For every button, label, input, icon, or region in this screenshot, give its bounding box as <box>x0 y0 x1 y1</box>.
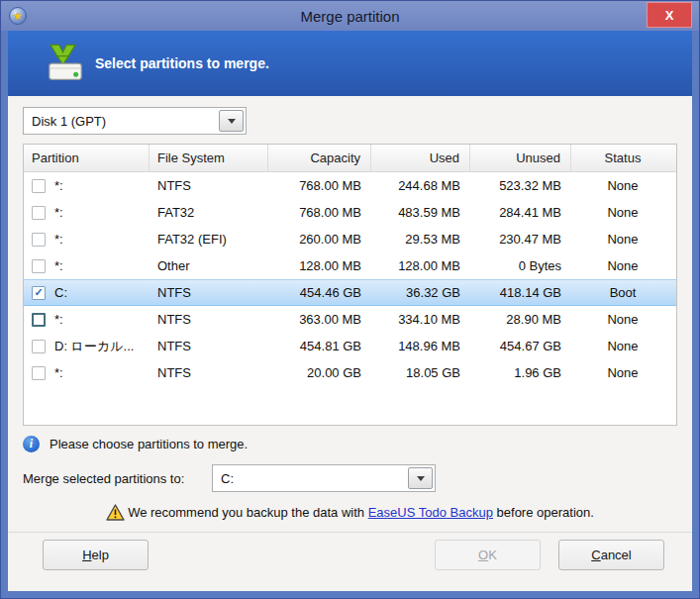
capacity-cell: 363.00 MB <box>268 306 371 333</box>
chevron-down-icon <box>228 119 236 124</box>
row-checkbox[interactable] <box>32 259 46 273</box>
unused-cell: 230.47 MB <box>470 226 571 252</box>
file-system-cell: NTFS <box>150 333 268 359</box>
file-system-cell: Other <box>150 252 268 279</box>
merge-target-row: Merge selected partitions to: C: <box>23 464 677 492</box>
file-system-cell: NTFS <box>150 172 268 199</box>
status-cell: None <box>571 172 676 199</box>
unused-cell: 523.32 MB <box>470 172 571 199</box>
partition-table-body: *:NTFS768.00 MB244.68 MB523.32 MBNone*:F… <box>24 172 676 386</box>
partition-cell: *: <box>24 306 150 333</box>
warning-text-before: We recommend you backup the data with <box>128 505 364 520</box>
cancel-button[interactable]: Cancel <box>558 540 664 570</box>
partition-cell: *: <box>24 226 150 252</box>
row-checkbox[interactable] <box>32 340 46 353</box>
used-cell: 483.59 MB <box>371 199 470 226</box>
status-cell: None <box>571 306 676 333</box>
window-title: Merge partition <box>1 8 699 25</box>
used-cell: 29.53 MB <box>371 226 470 252</box>
unused-cell: 1.96 GB <box>470 359 571 386</box>
column-header-file-system[interactable]: File System <box>150 145 268 171</box>
table-row[interactable]: *:NTFS363.00 MB334.10 MB28.90 MBNone <box>24 306 676 333</box>
capacity-cell: 20.00 GB <box>268 359 371 386</box>
button-bar: Help OK Cancel <box>23 533 677 591</box>
row-checkbox[interactable] <box>32 179 46 193</box>
partition-cell: ✓C: <box>24 280 150 305</box>
status-cell: None <box>571 199 676 226</box>
merge-target-selector[interactable]: C: <box>212 464 436 492</box>
chevron-down-icon <box>417 476 425 481</box>
unused-cell: 418.14 GB <box>470 280 571 305</box>
dialog-body: Select partitions to merge. Disk 1 (GPT)… <box>8 31 692 591</box>
merge-target-value: C: <box>221 471 234 486</box>
table-row[interactable]: *:Other128.00 MB128.00 MB0 BytesNone <box>24 252 676 279</box>
merge-target-label: Merge selected partitions to: <box>23 471 212 486</box>
warning-text-after: before operation. <box>497 505 594 520</box>
content-area: Disk 1 (GPT) PartitionFile SystemCapacit… <box>8 96 692 591</box>
status-cell: None <box>571 252 676 279</box>
row-checkbox[interactable] <box>32 313 46 327</box>
merge-target-dropdown-button[interactable] <box>408 467 433 489</box>
partition-label: *: <box>54 258 63 273</box>
table-row[interactable]: D: ローカル...NTFS454.81 GB148.96 MB454.67 G… <box>24 333 676 359</box>
title-bar[interactable]: ★ Merge partition X <box>1 1 699 31</box>
row-checkbox[interactable] <box>32 206 46 220</box>
merge-partition-icon <box>46 44 85 83</box>
used-cell: 244.68 MB <box>371 172 470 199</box>
capacity-cell: 454.81 GB <box>268 333 371 359</box>
status-cell: None <box>571 226 676 252</box>
status-cell: None <box>571 333 676 359</box>
help-button[interactable]: Help <box>43 540 149 570</box>
partition-label: *: <box>54 312 63 327</box>
capacity-cell: 768.00 MB <box>268 172 371 199</box>
file-system-cell: NTFS <box>150 359 268 386</box>
used-cell: 128.00 MB <box>371 252 470 279</box>
disk-selector-value: Disk 1 (GPT) <box>32 114 106 129</box>
warning-row: We recommend you backup the data with Ea… <box>23 504 677 521</box>
disk-selector[interactable]: Disk 1 (GPT) <box>23 107 247 135</box>
column-header-unused[interactable]: Unused <box>470 145 571 171</box>
partition-cell: D: ローカル... <box>24 333 150 359</box>
used-cell: 36.32 GB <box>371 280 470 305</box>
capacity-cell: 768.00 MB <box>268 199 371 226</box>
partition-label: *: <box>54 205 63 220</box>
partition-label: *: <box>54 178 63 193</box>
table-row[interactable]: ✓C:NTFS454.46 GB36.32 GB418.14 GBBoot <box>24 279 676 306</box>
disk-selector-dropdown-button[interactable] <box>219 110 244 132</box>
capacity-cell: 454.46 GB <box>268 280 371 305</box>
partition-label: *: <box>54 232 63 247</box>
close-button[interactable]: X <box>647 2 692 28</box>
partition-cell: *: <box>24 172 150 199</box>
status-cell: Boot <box>571 280 676 305</box>
backup-link[interactable]: EaseUS Todo Backup <box>368 505 493 520</box>
unused-cell: 28.90 MB <box>470 306 571 333</box>
partition-table: PartitionFile SystemCapacityUsedUnusedSt… <box>23 144 677 426</box>
capacity-cell: 260.00 MB <box>268 226 371 252</box>
table-row[interactable]: *:FAT32 (EFI)260.00 MB29.53 MB230.47 MBN… <box>24 226 676 252</box>
info-icon: i <box>23 436 40 452</box>
status-cell: None <box>571 359 676 386</box>
row-checkbox[interactable]: ✓ <box>32 286 46 300</box>
partition-label: D: ローカル... <box>54 338 134 355</box>
row-checkbox[interactable] <box>32 366 46 380</box>
row-checkbox[interactable] <box>32 233 46 247</box>
table-row[interactable]: *:NTFS20.00 GB18.05 GB1.96 GBNone <box>24 359 676 386</box>
info-row: i Please choose partitions to merge. <box>23 436 677 452</box>
partition-table-header: PartitionFile SystemCapacityUsedUnusedSt… <box>24 145 676 172</box>
file-system-cell: NTFS <box>150 280 268 305</box>
used-cell: 18.05 GB <box>371 359 470 386</box>
column-header-status[interactable]: Status <box>571 145 676 171</box>
unused-cell: 0 Bytes <box>470 252 571 279</box>
partition-label: C: <box>54 285 67 300</box>
column-header-partition[interactable]: Partition <box>24 145 150 171</box>
file-system-cell: NTFS <box>150 306 268 333</box>
unused-cell: 284.41 MB <box>470 199 571 226</box>
table-row[interactable]: *:FAT32768.00 MB483.59 MB284.41 MBNone <box>24 199 676 226</box>
column-header-used[interactable]: Used <box>371 145 470 171</box>
partition-cell: *: <box>24 199 150 226</box>
banner: Select partitions to merge. <box>8 31 692 96</box>
table-row[interactable]: *:NTFS768.00 MB244.68 MB523.32 MBNone <box>24 172 676 199</box>
column-header-capacity[interactable]: Capacity <box>268 145 371 171</box>
ok-button[interactable]: OK <box>435 540 541 570</box>
banner-title: Select partitions to merge. <box>95 55 269 71</box>
